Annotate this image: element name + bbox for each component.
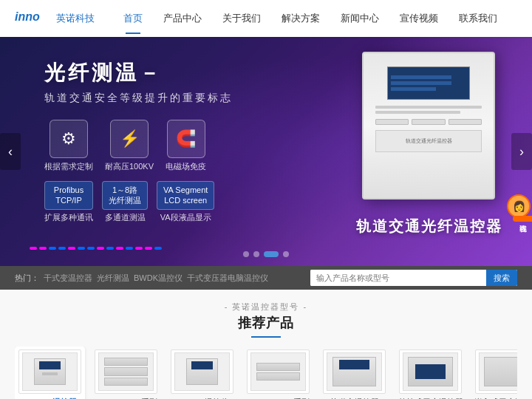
dot-3[interactable]	[264, 251, 279, 257]
product-tab-1[interactable]: BWDK-S201系列	[91, 347, 161, 399]
thumb-screen-0	[39, 361, 60, 369]
section-header: - 英诺温控器型号 - 推荐产品	[15, 301, 517, 338]
hero-feature-tags: Profibus TCP/IP 扩展多种通讯 1～8路 光纤测温 多通道测温 V…	[44, 181, 233, 223]
led-0	[30, 247, 37, 250]
logo[interactable]: inno 英诺科技	[15, 9, 103, 29]
dot-1[interactable]	[243, 251, 249, 257]
screen-line-3	[391, 87, 436, 91]
product-button-1	[375, 119, 409, 125]
dot-2[interactable]	[253, 251, 259, 257]
led-5	[78, 247, 85, 250]
thumb-inner-5	[403, 352, 458, 391]
search-bar: 热门： 干式变温控器 光纤测温 BWDK温控仪 干式变压器电脑温控仪 搜索	[0, 266, 532, 290]
thumb-inner-3	[250, 352, 306, 391]
product-tab-2[interactable]: IB-Q201温控仪	[167, 347, 237, 399]
product-tab-6[interactable]: 嵌入式干变温控箱	[471, 347, 517, 399]
product-tab-3[interactable]: BWDK-Q201系列	[243, 347, 313, 399]
feature-voltage-label: 耐高压100KV	[105, 161, 154, 172]
nav-item-news[interactable]: 新闻中心	[330, 0, 389, 37]
led-13	[154, 247, 162, 250]
led-strip	[30, 247, 162, 250]
thumb-inner-4	[327, 352, 382, 391]
feature-tag-channel: 1～8路 光纤测温 多通道测温	[102, 181, 148, 223]
hero-text-content: 光纤测温－ 轨道交通安全等级提升的重要标志 ⚙ 根据需求定制 ⚡ 耐高压100K…	[44, 59, 233, 223]
thumb-stack-1a	[104, 358, 147, 366]
thumb-device-4	[332, 357, 375, 386]
product-tabs: IB-S201温控器 BWDK-S201系列	[15, 347, 517, 399]
hero-next-button[interactable]: ›	[511, 133, 532, 170]
hero-bottom-text: 轨道交通光纤温控器	[356, 216, 502, 236]
thumb-device-0	[34, 358, 66, 384]
thumb-stack-1c	[104, 378, 147, 386]
thumb-screen-4	[339, 360, 369, 369]
thumb-screen-2	[191, 361, 212, 369]
product-tab-0[interactable]: IB-S201温控器	[15, 347, 85, 399]
nav-item-video[interactable]: 宣传视频	[389, 0, 449, 37]
product-screen-display	[387, 66, 470, 100]
search-input[interactable]	[310, 270, 486, 286]
feature-em: 🧲 电磁场免疫	[166, 120, 206, 172]
hero-prev-button[interactable]: ‹	[0, 133, 21, 170]
product-details: 轨道交通光纤温控器	[375, 106, 482, 152]
hero-product-image: 轨道交通光纤温控器	[362, 52, 495, 200]
led-2	[49, 247, 56, 250]
product-thumb-4	[323, 349, 386, 394]
logo-text: 英诺科技	[56, 12, 95, 25]
thumb-box-5	[408, 357, 454, 386]
nav-item-contact[interactable]: 联系我们	[449, 0, 508, 37]
led-9	[116, 247, 123, 250]
product-tab-5[interactable]: 外挂式干变温控器	[395, 347, 466, 399]
product-thumb-6	[475, 349, 517, 394]
thumb-stacked-3	[251, 353, 305, 390]
hero-pagination-dots	[243, 251, 289, 257]
feature-tag-comm: Profibus TCP/IP 扩展多种通讯	[44, 181, 93, 223]
feature-tag-lcd: VA Segment LCD screen VA段液晶显示	[157, 181, 214, 223]
detail-line-1	[375, 106, 482, 109]
product-info-plate: 轨道交通光纤温控器	[375, 130, 482, 152]
feature-em-label: 电磁场免疫	[166, 161, 206, 172]
product-thumb-0	[18, 349, 81, 394]
hero-title-sub: 轨道交通安全等级提升的重要标志	[44, 92, 233, 105]
nav-item-solutions[interactable]: 解决方案	[271, 0, 330, 37]
thumb-inner-1	[98, 352, 154, 391]
hero-banner: ‹ 光纤测温－ 轨道交通安全等级提升的重要标志 ⚙ 根据需求定制 ⚡ 耐高压10…	[0, 37, 532, 266]
product-thumb-3	[247, 349, 310, 394]
search-input-wrapper: 搜索	[310, 270, 517, 286]
hot-tag-3[interactable]: BWDK温控仪	[134, 273, 183, 284]
nav-item-home[interactable]: 首页	[113, 0, 153, 37]
product-img-inner: 轨道交通光纤温控器	[364, 53, 494, 198]
feature-customize: ⚙ 根据需求定制	[44, 120, 93, 172]
nav-item-about[interactable]: 关于我们	[212, 0, 271, 37]
hot-tag-2[interactable]: 光纤测温	[97, 273, 129, 284]
thumb-box-6	[484, 357, 517, 386]
product-thumb-2	[171, 349, 233, 394]
nav-item-products[interactable]: 产品中心	[153, 0, 212, 37]
hot-tag-1[interactable]: 干式变温控器	[44, 273, 92, 284]
screen-line-1	[391, 75, 451, 79]
thumb-stack-1b	[104, 367, 147, 375]
hot-tags: 热门： 干式变温控器 光纤测温 BWDK温控仪 干式变压器电脑温控仪	[15, 273, 268, 284]
led-4	[68, 247, 75, 250]
hot-tag-4[interactable]: 干式变压器电脑温控仪	[187, 273, 268, 284]
screen-line-2	[391, 81, 451, 85]
product-thumb-5	[399, 349, 462, 394]
feature-voltage-icon: ⚡	[110, 120, 149, 158]
thumb-detail-0	[42, 372, 58, 375]
section-underline	[251, 336, 281, 338]
feature-customize-label: 根据需求定制	[44, 161, 93, 172]
product-tab-4[interactable]: 轨道交温控器	[319, 347, 389, 399]
dot-4[interactable]	[283, 251, 289, 257]
online-consult-button[interactable]: 在线咨询	[513, 216, 532, 222]
thumb-inner-0	[22, 352, 78, 391]
led-6	[87, 247, 95, 250]
search-button[interactable]: 搜索	[486, 270, 517, 286]
led-7	[97, 247, 104, 250]
logo-icon: inno	[15, 9, 52, 29]
led-8	[106, 247, 114, 250]
product-button-3	[449, 119, 482, 125]
feature-em-icon: 🧲	[167, 120, 205, 158]
product-buttons-row	[375, 119, 482, 125]
thumb-inner-2	[174, 352, 230, 391]
thumb-stack-3b	[256, 372, 299, 381]
thumb-stacked-1	[99, 353, 153, 390]
